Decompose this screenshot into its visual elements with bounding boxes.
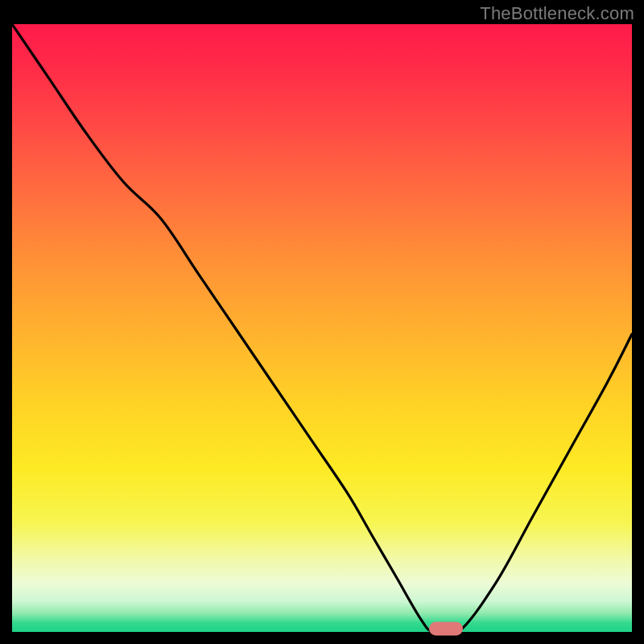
plot-area bbox=[12, 24, 632, 632]
chart-frame: TheBottleneck.com bbox=[0, 0, 644, 644]
optimal-marker bbox=[429, 622, 463, 636]
bottleneck-curve bbox=[12, 24, 632, 632]
watermark-text: TheBottleneck.com bbox=[480, 3, 634, 24]
